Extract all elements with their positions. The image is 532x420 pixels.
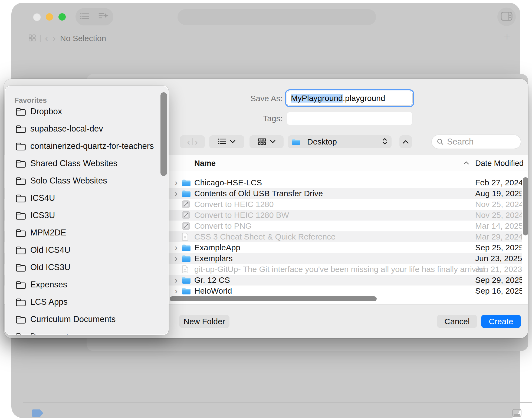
screen: ‹ › No Selection + Save As: MyPlayground… (0, 0, 532, 420)
sidebar-item-label: Documents (30, 328, 73, 335)
sparkle-lines-icon[interactable] (98, 12, 109, 21)
column-header-date-modified[interactable]: Date Modified (475, 159, 524, 168)
sidebar-item[interactable]: Expenses (5, 276, 168, 293)
sidebar-item-label: Shared Class Websites (30, 155, 117, 172)
sidebar-item-label: Old ICS3U (30, 259, 70, 276)
disclosure-chevron-icon[interactable]: › (175, 188, 178, 199)
add-tab-button[interactable]: + (504, 31, 510, 43)
folder-outline-icon (15, 245, 26, 256)
folder-icon (182, 244, 191, 252)
sidebar-item-label: Solo Class Websites (30, 172, 107, 189)
icon-view-dropdown[interactable] (249, 135, 284, 148)
folder-outline-icon (15, 315, 26, 325)
sidebar-item[interactable]: Solo Class Websites (5, 172, 168, 189)
app-icon (182, 211, 190, 220)
favorites-sidebar: Favorites Dropbox supabase-local-dev con… (5, 86, 169, 335)
folder-outline-icon (15, 159, 26, 169)
minimize-button[interactable] (46, 13, 53, 21)
list-bullets-icon[interactable] (80, 13, 89, 21)
back-chevron-icon: ‹ (187, 138, 190, 146)
folder-outline-icon (15, 176, 26, 186)
file-date-modified: Jun 21, 2023 a (475, 264, 522, 275)
close-button[interactable] (33, 13, 41, 21)
folder-icon (182, 190, 191, 198)
column-header-name[interactable]: Name (194, 159, 216, 168)
search-field[interactable] (431, 134, 521, 149)
sort-ascending-icon (464, 161, 469, 166)
file-name: Convert to HEIC 1280 (194, 199, 274, 210)
file-date-modified: Mar 29, 2024 a (475, 231, 522, 242)
sidebar-item[interactable]: ICS3U (5, 207, 168, 224)
sidebar-item-label: LCS Apps (30, 293, 68, 311)
sidebar-item[interactable]: Documents (5, 328, 168, 335)
cancel-button[interactable]: Cancel (437, 315, 477, 328)
sidebar-item[interactable]: Dropbox (5, 103, 168, 120)
file-name: Convert to PNG (194, 221, 252, 231)
sidebar-item-label: containerized-quartz-for-teachers (30, 137, 154, 155)
filter-tag-icon[interactable] (32, 409, 43, 417)
toolbar-button-group (75, 8, 113, 25)
chevron-down-icon (230, 139, 235, 144)
column-divider[interactable] (471, 157, 471, 169)
disclosure-chevron-icon[interactable]: › (175, 253, 178, 264)
folder-outline-icon (15, 107, 26, 117)
sidebar-item[interactable]: containerized-quartz-for-teachers (5, 137, 168, 155)
tags-label: Tags: (244, 114, 283, 123)
sidebar-item[interactable]: MPM2DE (5, 224, 168, 241)
forward-chevron-icon[interactable]: › (52, 35, 56, 42)
forward-chevron-icon: › (195, 138, 198, 146)
sidebar-item[interactable]: Curriculum Documents (5, 311, 168, 328)
sidebar-scrollbar[interactable] (160, 92, 167, 176)
horizontal-scrollbar[interactable] (170, 296, 377, 301)
file-name: Chicago-HSE-LCS (194, 177, 262, 188)
file-name: CSS 3 Cheat Sheet & Quick Reference (194, 231, 336, 242)
sidebar-item[interactable]: Old ICS3U (5, 259, 168, 276)
folder-icon (182, 287, 191, 296)
disclosure-chevron-icon[interactable]: › (175, 177, 178, 188)
sidebar-item[interactable]: ICS4U (5, 189, 168, 207)
create-button[interactable]: Create (481, 315, 521, 328)
disclosure-chevron-icon[interactable]: › (175, 242, 178, 253)
file-name: git-up-GitUp- The Git interface you've b… (194, 264, 487, 275)
list-view-icon (218, 138, 226, 146)
folder-icon (292, 139, 300, 145)
divider (192, 138, 193, 145)
folder-outline-icon (15, 211, 26, 221)
sidebar-item-label: Dropbox (30, 103, 62, 120)
back-forward-buttons[interactable]: ‹ › (180, 135, 205, 148)
app-icon (182, 200, 190, 209)
folder-outline-icon (15, 263, 26, 273)
filename-selected-text: MyPlayground (291, 94, 343, 103)
filename-extension-text: .playground (343, 94, 385, 103)
search-input[interactable] (446, 137, 518, 147)
file-date-modified: Sep 29, 2025 a (475, 275, 522, 286)
sidebar-item[interactable]: Shared Class Websites (5, 155, 168, 172)
file-date-modified: Aug 19, 2025 a (475, 188, 522, 199)
folder-outline-icon (15, 142, 26, 152)
filename-input[interactable]: MyPlayground.playground (287, 91, 412, 105)
vertical-scrollbar[interactable] (523, 177, 528, 235)
file-date-modified: Mar 14, 2025 a (475, 221, 522, 231)
up-directory-button[interactable] (399, 135, 412, 148)
window-title-area (178, 9, 376, 25)
location-dropdown[interactable]: Desktop (288, 135, 392, 148)
list-view-dropdown[interactable] (209, 135, 244, 148)
disclosure-chevron-icon[interactable]: › (175, 286, 178, 296)
sidebar-item[interactable]: LCS Apps (5, 293, 168, 311)
sidebar-item[interactable]: supabase-local-dev (5, 120, 168, 137)
tags-input[interactable] (287, 112, 412, 125)
disclosure-chevron-icon[interactable]: › (175, 275, 178, 285)
file-date-modified: Sep 25, 2025 a (475, 242, 522, 253)
bottom-panel-toggle-button[interactable] (512, 409, 521, 418)
back-chevron-icon[interactable]: ‹ (45, 35, 48, 42)
inspector-toggle-button[interactable] (497, 8, 516, 26)
new-folder-button[interactable]: New Folder (179, 315, 229, 328)
divider (94, 12, 94, 21)
chevron-up-icon (403, 140, 409, 144)
zoom-button[interactable] (58, 13, 66, 21)
grid-2x2-icon[interactable] (29, 34, 36, 42)
file-name: Convert to HEIC 1280 BW (194, 210, 289, 221)
sidebar-item[interactable]: Old ICS4U (5, 241, 168, 259)
file-name: Gr. 12 CS (194, 275, 230, 286)
document-icon (182, 233, 188, 242)
